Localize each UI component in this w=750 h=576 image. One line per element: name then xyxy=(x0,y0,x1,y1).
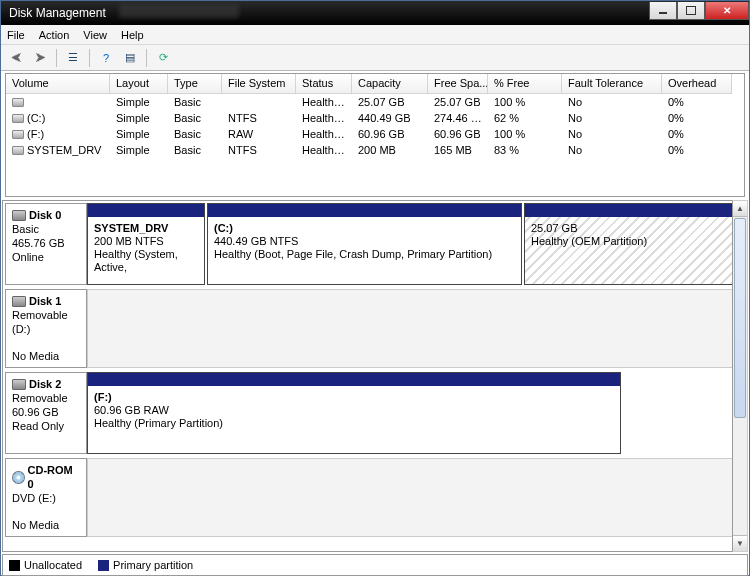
help-button[interactable]: ? xyxy=(95,47,117,69)
cdrom-type: DVD (E:) xyxy=(12,491,80,505)
title-blur xyxy=(119,4,239,18)
toggle-list-button[interactable]: ☰ xyxy=(62,47,84,69)
menu-action[interactable]: Action xyxy=(39,29,70,41)
disk0-status: Online xyxy=(12,250,80,264)
disk1-empty xyxy=(87,289,742,368)
cell-status: Healthy (B... xyxy=(296,111,352,125)
toolbar-separator xyxy=(89,49,90,67)
col-volume[interactable]: Volume xyxy=(6,74,110,94)
cell-free: 165 MB xyxy=(428,143,488,157)
drive-icon xyxy=(12,130,24,139)
disk2-type: Removable xyxy=(12,391,80,405)
back-button[interactable]: ⮜ xyxy=(5,47,27,69)
disk-icon xyxy=(12,379,26,390)
disk0-size: 465.76 GB xyxy=(12,236,80,250)
cell-overhead: 0% xyxy=(662,111,732,125)
col-fault[interactable]: Fault Tolerance xyxy=(562,74,662,94)
menu-help[interactable]: Help xyxy=(121,29,144,41)
col-status[interactable]: Status xyxy=(296,74,352,94)
cell-capacity: 25.07 GB xyxy=(352,95,428,109)
cell-fault: No xyxy=(562,111,662,125)
cell-pctfree: 83 % xyxy=(488,143,562,157)
col-type[interactable]: Type xyxy=(168,74,222,94)
cell-name: (F:) xyxy=(6,127,110,141)
vertical-scrollbar[interactable]: ▲ ▼ xyxy=(732,200,748,552)
disk2-size: 60.96 GB xyxy=(12,405,80,419)
window-buttons xyxy=(649,1,749,25)
cell-capacity: 60.96 GB xyxy=(352,127,428,141)
col-capacity[interactable]: Capacity xyxy=(352,74,428,94)
disk-row-1[interactable]: Disk 1 Removable (D:) No Media xyxy=(5,289,742,368)
col-free[interactable]: Free Spa... xyxy=(428,74,488,94)
col-layout[interactable]: Layout xyxy=(110,74,168,94)
legend: Unallocated Primary partition xyxy=(2,554,748,576)
disk1-nomedia: No Media xyxy=(12,349,80,363)
disk1-label: Disk 1 Removable (D:) No Media xyxy=(5,289,87,368)
volume-row[interactable]: (C:)SimpleBasicNTFSHealthy (B...440.49 G… xyxy=(6,110,744,126)
disk2-status: Read Only xyxy=(12,419,80,433)
cell-capacity: 200 MB xyxy=(352,143,428,157)
cell-type: Basic xyxy=(168,143,222,157)
cell-layout: Simple xyxy=(110,95,168,109)
disk0-label: Disk 0 Basic 465.76 GB Online xyxy=(5,203,87,285)
swatch-unallocated xyxy=(9,560,20,571)
scroll-thumb[interactable] xyxy=(734,218,746,418)
cell-fault: No xyxy=(562,127,662,141)
partition-system-drv[interactable]: SYSTEM_DRV 200 MB NTFS Healthy (System, … xyxy=(87,203,205,285)
disk-row-0[interactable]: Disk 0 Basic 465.76 GB Online SYSTEM_DRV… xyxy=(5,203,742,285)
cell-layout: Simple xyxy=(110,127,168,141)
cell-type: Basic xyxy=(168,111,222,125)
disk-icon xyxy=(12,210,26,221)
col-filesystem[interactable]: File System xyxy=(222,74,296,94)
partition-c[interactable]: (C:) 440.49 GB NTFS Healthy (Boot, Page … xyxy=(207,203,522,285)
forward-button[interactable]: ⮞ xyxy=(29,47,51,69)
cell-name: SYSTEM_DRV xyxy=(6,143,110,157)
cell-fs: NTFS xyxy=(222,143,296,157)
properties-button[interactable]: ▤ xyxy=(119,47,141,69)
toolbar-separator xyxy=(56,49,57,67)
cell-layout: Simple xyxy=(110,111,168,125)
cell-name: (C:) xyxy=(6,111,110,125)
disk1-type: Removable (D:) xyxy=(12,308,80,336)
swatch-primary xyxy=(98,560,109,571)
cdrom-nomedia: No Media xyxy=(12,518,80,532)
volume-row[interactable]: SimpleBasicHealthy (...25.07 GB25.07 GB1… xyxy=(6,94,744,110)
menu-file[interactable]: File xyxy=(7,29,25,41)
refresh-button[interactable]: ⟳ xyxy=(152,47,174,69)
cell-status: Healthy (S... xyxy=(296,143,352,157)
cell-pctfree: 100 % xyxy=(488,127,562,141)
window-title: Disk Management xyxy=(9,6,106,20)
volume-list-header: Volume Layout Type File System Status Ca… xyxy=(6,74,744,94)
cell-type: Basic xyxy=(168,127,222,141)
cell-status: Healthy (P... xyxy=(296,127,352,141)
drive-icon xyxy=(12,146,24,155)
cdrom-title: CD-ROM 0 xyxy=(28,463,80,491)
cell-overhead: 0% xyxy=(662,95,732,109)
menu-bar: File Action View Help xyxy=(1,25,749,45)
scroll-up-arrow[interactable]: ▲ xyxy=(733,201,747,217)
volume-row[interactable]: SYSTEM_DRVSimpleBasicNTFSHealthy (S...20… xyxy=(6,142,744,158)
minimize-button[interactable] xyxy=(649,2,677,20)
cell-type: Basic xyxy=(168,95,222,109)
col-pctfree[interactable]: % Free xyxy=(488,74,562,94)
cell-status: Healthy (... xyxy=(296,95,352,109)
close-button[interactable] xyxy=(705,2,749,20)
disk-row-cdrom[interactable]: CD-ROM 0 DVD (E:) No Media xyxy=(5,458,742,537)
legend-unallocated: Unallocated xyxy=(9,559,82,572)
cell-free: 60.96 GB xyxy=(428,127,488,141)
disk-row-2[interactable]: Disk 2 Removable 60.96 GB Read Only (F:)… xyxy=(5,372,742,454)
cdrom-icon xyxy=(12,471,25,484)
drive-icon xyxy=(12,114,24,123)
cell-fault: No xyxy=(562,95,662,109)
cell-overhead: 0% xyxy=(662,127,732,141)
scroll-down-arrow[interactable]: ▼ xyxy=(733,535,747,551)
toolbar: ⮜ ⮞ ☰ ? ▤ ⟳ xyxy=(1,45,749,71)
volume-row[interactable]: (F:)SimpleBasicRAWHealthy (P...60.96 GB6… xyxy=(6,126,744,142)
legend-primary: Primary partition xyxy=(98,559,193,572)
cdrom-empty xyxy=(87,458,742,537)
maximize-button[interactable] xyxy=(677,2,705,20)
partition-oem[interactable]: 25.07 GB Healthy (OEM Partition) xyxy=(524,203,742,285)
menu-view[interactable]: View xyxy=(83,29,107,41)
col-overhead[interactable]: Overhead xyxy=(662,74,732,94)
partition-f[interactable]: (F:) 60.96 GB RAW Healthy (Primary Parti… xyxy=(87,372,621,454)
